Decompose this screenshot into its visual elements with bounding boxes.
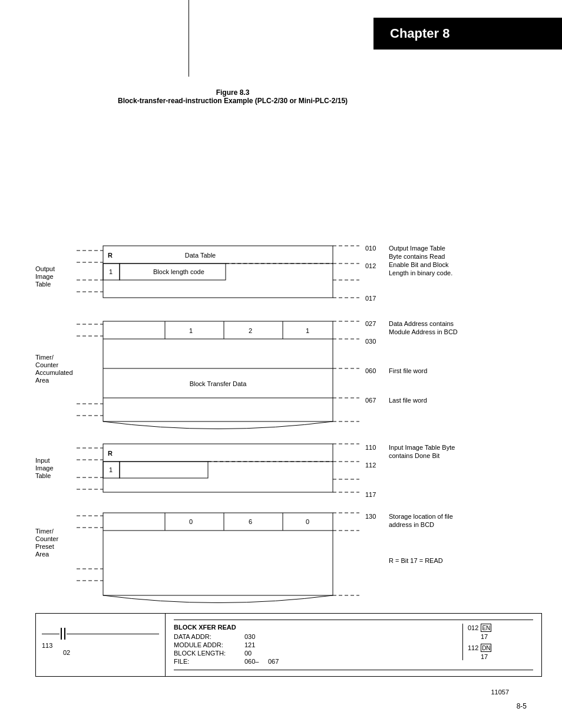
svg-text:2: 2 — [249, 327, 252, 334]
field-module-addr-value: 121 — [244, 641, 280, 648]
field-data-addr-label: DATA ADDR: — [174, 633, 244, 640]
figure-number: Figure 8.3 — [118, 88, 348, 97]
svg-text:112: 112 — [365, 462, 376, 469]
figure-title: Block-transfer-read-instruction Example … — [118, 97, 348, 105]
field-module-addr-label: MODULE ADDR: — [174, 641, 244, 648]
svg-text:Table: Table — [35, 281, 51, 288]
svg-text:Data Table: Data Table — [185, 252, 216, 259]
svg-text:Counter: Counter — [35, 535, 58, 542]
svg-text:1: 1 — [109, 466, 113, 473]
field-block-len-label: BLOCK LENGTH: — [174, 650, 244, 657]
svg-text:1: 1 — [189, 327, 193, 334]
svg-text:Timer/: Timer/ — [35, 528, 54, 535]
ladder-diagram: 113 02 BLOCK XFER READ DATA ADDR: 030 MO… — [35, 613, 542, 677]
svg-text:Module Address in BCD: Module Address in BCD — [389, 328, 458, 335]
svg-text:Block Transfer Data: Block Transfer Data — [190, 380, 247, 387]
svg-text:Last file word: Last file word — [389, 397, 427, 404]
contact-sub: 02 — [63, 649, 70, 656]
svg-text:Timer/: Timer/ — [35, 354, 54, 361]
chapter-title: Chapter 8 — [390, 26, 449, 41]
svg-text:1: 1 — [109, 268, 113, 275]
svg-text:R: R — [108, 252, 113, 259]
field-data-addr-value: 030 — [244, 633, 280, 640]
svg-text:Data Address contains: Data Address contains — [389, 320, 454, 327]
svg-text:R = Bit 17 = READ: R = Bit 17 = READ — [389, 557, 443, 564]
svg-text:017: 017 — [365, 295, 376, 302]
svg-text:Preset: Preset — [35, 543, 54, 550]
svg-text:Enable Bit and Block: Enable Bit and Block — [389, 261, 449, 268]
en-coil: EN — [481, 624, 491, 632]
svg-text:Accumulated: Accumulated — [35, 369, 73, 376]
svg-text:060: 060 — [365, 367, 376, 374]
svg-text:Image: Image — [35, 273, 54, 280]
svg-text:010: 010 — [365, 245, 376, 252]
svg-text:Area: Area — [35, 551, 49, 558]
svg-text:6: 6 — [249, 518, 252, 525]
dn-coil-addr: 112 — [468, 644, 478, 651]
svg-text:027: 027 — [365, 320, 376, 327]
svg-text:110: 110 — [365, 444, 376, 451]
svg-text:contains Done Bit: contains Done Bit — [389, 452, 439, 459]
main-diagram-svg: Output Image Table R Data Table 1 Block … — [0, 115, 562, 604]
svg-text:067: 067 — [365, 397, 376, 404]
chapter-header: Chapter 8 — [373, 18, 562, 50]
figure-id-number: 11057 — [491, 689, 509, 696]
en-coil-addr: 012 — [468, 624, 478, 631]
svg-text:0: 0 — [306, 518, 309, 525]
svg-text:Input Image Table Byte: Input Image Table Byte — [389, 444, 455, 451]
svg-text:Block length code: Block length code — [153, 268, 204, 275]
block-label: BLOCK XFER READ — [174, 624, 462, 631]
svg-text:0: 0 — [189, 518, 193, 525]
field-block-len-value: 00 — [244, 650, 280, 657]
svg-text:Output: Output — [35, 265, 55, 272]
svg-text:Output Image Table: Output Image Table — [389, 245, 445, 252]
svg-rect-66 — [103, 444, 333, 492]
en-bit-num: 17 — [481, 633, 533, 640]
left-vertical-line — [189, 0, 189, 77]
svg-text:Area: Area — [35, 377, 49, 384]
svg-text:address in BCD: address in BCD — [389, 521, 434, 528]
svg-text:First file word: First file word — [389, 367, 427, 374]
svg-text:Counter: Counter — [35, 361, 58, 368]
svg-text:Table: Table — [35, 472, 51, 479]
svg-text:117: 117 — [365, 491, 376, 498]
ladder-right-panel: BLOCK XFER READ DATA ADDR: 030 MODULE AD… — [166, 614, 541, 676]
svg-rect-71 — [120, 462, 208, 478]
field-file-value: 060– — [244, 658, 268, 665]
svg-text:130: 130 — [365, 513, 376, 520]
svg-text:Input: Input — [35, 457, 49, 464]
ladder-left-panel: 113 02 — [36, 614, 166, 676]
svg-text:012: 012 — [365, 262, 376, 269]
dn-coil: DN — [481, 644, 491, 652]
svg-text:Image: Image — [35, 465, 54, 472]
svg-text:030: 030 — [365, 338, 376, 345]
svg-text:Length in binary code.: Length in binary code. — [389, 269, 452, 276]
svg-text:R: R — [108, 450, 113, 457]
svg-rect-7 — [103, 246, 333, 298]
svg-rect-90 — [103, 513, 333, 595]
field-file-label: FILE: — [174, 658, 244, 665]
figure-caption: Figure 8.3 Block-transfer-read-instructi… — [118, 88, 348, 105]
contact-address: 113 — [42, 642, 52, 649]
page-number: 8-5 — [517, 702, 527, 710]
svg-text:Byte contains Read: Byte contains Read — [389, 253, 445, 260]
svg-rect-35 — [103, 321, 333, 421]
svg-text:Storage location of file: Storage location of file — [389, 513, 453, 520]
dn-bit-num: 17 — [481, 653, 533, 660]
svg-text:1: 1 — [306, 327, 309, 334]
field-file-end: 067 — [268, 658, 279, 665]
